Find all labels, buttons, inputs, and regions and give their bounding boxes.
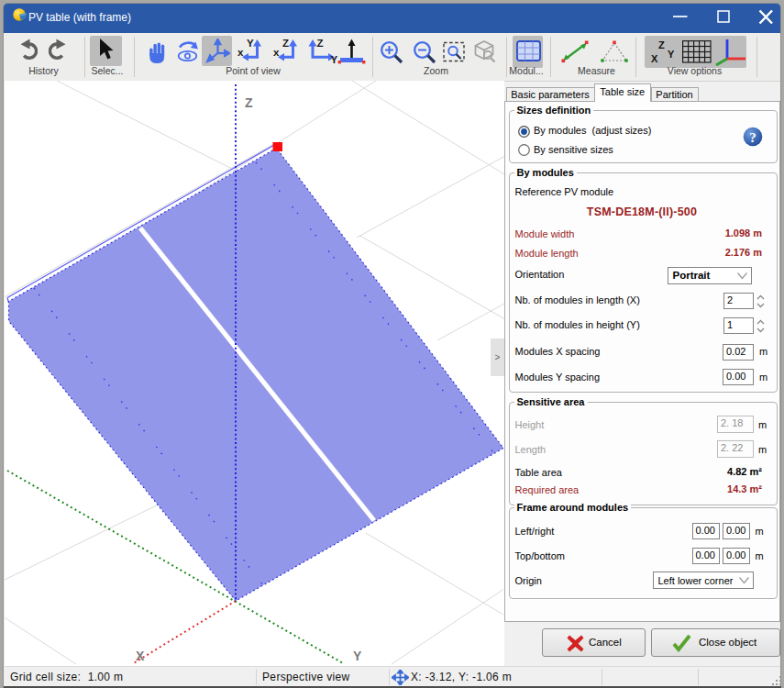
svg-text:Y: Y [668,49,675,60]
svg-text:?: ? [749,130,756,145]
svg-text:Z: Z [282,38,289,49]
svg-text:Y: Y [247,38,254,49]
svg-text:X: X [651,53,658,64]
svg-text:Z: Z [245,95,253,110]
svg-text:x: x [237,47,244,58]
svg-text:Z: Z [317,38,324,49]
svg-text:X: X [136,649,145,663]
svg-text:Y: Y [353,649,362,663]
svg-text:x: x [273,47,280,58]
svg-text:Z: Z [658,39,665,50]
